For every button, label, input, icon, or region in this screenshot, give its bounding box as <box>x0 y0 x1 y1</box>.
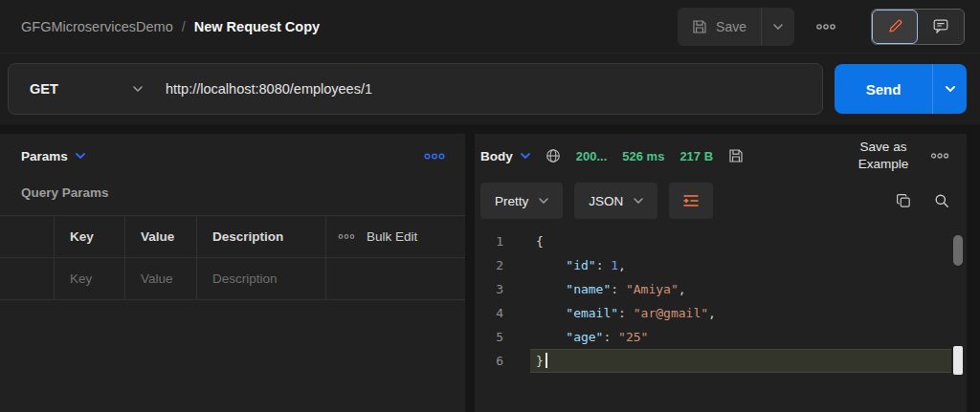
edit-request-button[interactable] <box>872 10 918 44</box>
request-params-panel: Params Query Params Key Value <box>0 134 465 412</box>
line-number: 2 <box>475 253 519 277</box>
search-icon <box>934 193 949 208</box>
copy-response-button[interactable] <box>896 193 911 208</box>
format-label: JSON <box>589 194 623 208</box>
params-table: Key Value Description Bulk Edit Key Valu… <box>0 215 465 300</box>
chevron-down-icon <box>539 198 548 204</box>
breadcrumb: GFGMicroservicesDemo / New Request Copy <box>21 19 320 34</box>
send-label: Send <box>866 81 902 98</box>
beautify-button[interactable] <box>669 183 713 219</box>
ellipsis-icon <box>423 152 446 161</box>
column-header-description: Description <box>197 216 326 257</box>
code-line[interactable]: 5 "age": "25" <box>475 325 967 349</box>
view-mode-select[interactable]: Pretty <box>480 183 563 219</box>
network-info-button[interactable] <box>546 148 561 163</box>
code-lines: 1{2 "id": 1,3 "name": "Amiya",4 "email":… <box>475 229 967 373</box>
params-table-header-row: Key Value Description Bulk Edit <box>0 216 465 258</box>
save-response-button[interactable] <box>728 148 744 163</box>
param-key-input[interactable]: Key <box>55 258 125 299</box>
chevron-down-icon <box>946 86 955 92</box>
main-area: Params Query Params Key Value <box>0 124 980 412</box>
line-number: 1 <box>475 229 519 253</box>
bulk-edit-button[interactable]: Bulk Edit <box>367 229 417 244</box>
params-tab[interactable]: Params <box>21 149 85 163</box>
bulk-edit-cell: Bulk Edit <box>326 216 465 257</box>
chevron-down-icon <box>76 153 85 159</box>
column-header-value: Value <box>125 216 197 257</box>
save-icon <box>728 148 744 163</box>
pencil-icon <box>888 19 902 33</box>
column-header-key: Key <box>55 216 125 257</box>
method-select[interactable]: GET <box>9 64 160 114</box>
code-text: "email": "ar@gmail", <box>519 301 716 325</box>
param-value-input[interactable]: Value <box>125 258 197 299</box>
format-select[interactable]: JSON <box>574 183 657 219</box>
line-number: 3 <box>475 277 519 301</box>
save-label: Save <box>716 19 746 34</box>
chevron-down-icon <box>634 198 643 204</box>
url-input[interactable]: http://localhost:8080/employees/1 <box>160 81 822 97</box>
request-bar: GET http://localhost:8080/employees/1 Se… <box>0 54 980 124</box>
scrollbar-cursor-marker <box>953 346 963 375</box>
copy-icon <box>896 193 911 208</box>
send-options-button[interactable] <box>932 64 967 114</box>
send-button[interactable]: Send <box>835 64 932 114</box>
ellipsis-icon <box>338 233 355 240</box>
url-control: GET http://localhost:8080/employees/1 <box>8 63 823 115</box>
breadcrumb-workspace[interactable]: GFGMicroservicesDemo <box>21 19 173 34</box>
line-number: 5 <box>475 325 519 349</box>
params-tab-label: Params <box>21 149 68 163</box>
topbar-actions: Save <box>678 8 965 46</box>
chevron-down-icon <box>133 86 143 92</box>
params-more-button[interactable] <box>423 152 446 161</box>
comment-icon <box>933 19 948 33</box>
response-editor[interactable]: 1{2 "id": 1,3 "name": "Amiya",4 "email":… <box>475 224 967 412</box>
row-handle-cell <box>0 216 55 257</box>
save-options-button[interactable] <box>762 8 794 46</box>
response-panel: Body 200... 526 ms 217 B <box>475 134 967 412</box>
response-header: Body 200... 526 ms 217 B <box>475 134 967 178</box>
save-button[interactable]: Save <box>678 8 761 46</box>
save-as-example-button[interactable]: Save as Example <box>852 139 915 173</box>
scrollbar-thumb[interactable] <box>953 235 963 266</box>
search-response-button[interactable] <box>934 193 949 208</box>
code-line[interactable]: 1{ <box>475 229 967 253</box>
topbar: GFGMicroservicesDemo / New Request Copy … <box>0 0 980 54</box>
code-line[interactable]: 3 "name": "Amiya", <box>475 277 967 301</box>
breadcrumb-separator: / <box>182 19 186 34</box>
postman-app: GFGMicroservicesDemo / New Request Copy … <box>0 0 980 412</box>
ellipsis-icon <box>930 152 949 160</box>
chevron-down-icon <box>773 24 783 30</box>
save-button-group: Save <box>678 8 794 46</box>
response-more-button[interactable] <box>930 152 955 160</box>
response-time[interactable]: 526 ms <box>622 149 664 163</box>
param-description-input[interactable]: Description <box>197 258 326 299</box>
response-size[interactable]: 217 B <box>679 149 713 163</box>
code-text: "id": 1, <box>519 253 626 277</box>
code-text: "name": "Amiya", <box>519 277 686 301</box>
code-line[interactable]: 6} <box>475 349 967 373</box>
code-text: "age": "25" <box>519 325 648 349</box>
breadcrumb-request-name[interactable]: New Request Copy <box>194 19 320 34</box>
save-icon <box>692 19 707 34</box>
response-toolbar: Pretty JSON <box>475 178 967 224</box>
more-actions-button[interactable] <box>812 17 840 36</box>
editor-scrollbar[interactable] <box>952 229 964 408</box>
method-label: GET <box>30 81 58 97</box>
params-panel-header: Params <box>0 134 465 178</box>
code-line[interactable]: 2 "id": 1, <box>475 253 967 277</box>
line-number: 6 <box>475 349 519 373</box>
response-body-tab[interactable]: Body <box>480 149 530 163</box>
ellipsis-icon <box>815 23 836 31</box>
response-status-badge[interactable]: 200... <box>576 149 608 163</box>
chevron-down-icon <box>521 153 530 159</box>
row-trailing-cell <box>326 258 465 299</box>
send-button-group: Send <box>835 64 967 114</box>
query-params-title: Query Params <box>0 178 465 215</box>
code-line[interactable]: 4 "email": "ar@gmail", <box>475 301 967 325</box>
view-mode-label: Pretty <box>495 194 528 208</box>
beautify-icon <box>682 194 700 207</box>
comments-button[interactable] <box>918 10 964 44</box>
body-tab-label: Body <box>480 149 513 163</box>
text-cursor <box>546 353 547 368</box>
